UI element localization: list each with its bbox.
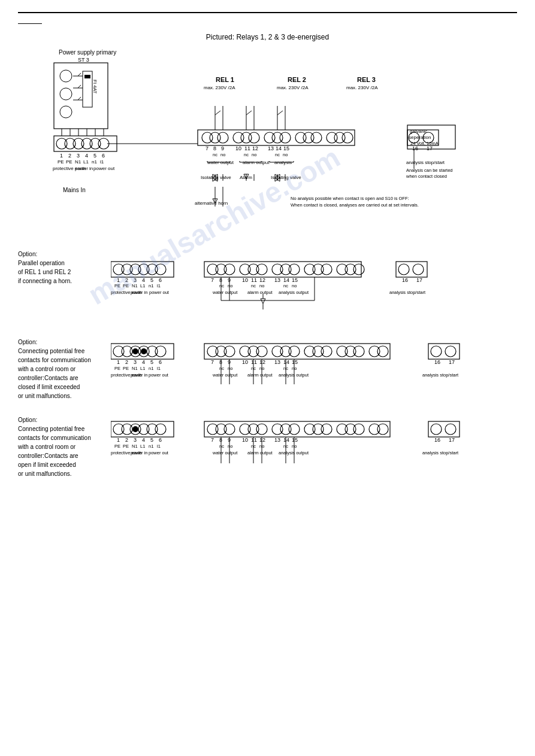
svg-text:power out: power out (149, 290, 170, 295)
svg-rect-183 (396, 262, 427, 277)
svg-text:nc: nc (219, 283, 224, 289)
svg-text:3: 3 (134, 277, 137, 283)
rel1-spec: max. 230V /2A (204, 85, 235, 90)
svg-text:water output: water output (212, 450, 238, 456)
svg-text:4: 4 (85, 153, 88, 159)
svg-point-185 (413, 264, 424, 275)
svg-text:no: no (220, 152, 225, 157)
svg-point-221 (207, 346, 218, 357)
svg-text:4: 4 (142, 359, 145, 365)
svg-point-293 (216, 424, 226, 435)
svg-point-203 (132, 348, 138, 354)
svg-point-302 (313, 424, 324, 435)
svg-point-236 (369, 346, 380, 357)
svg-text:4: 4 (142, 277, 145, 283)
option3-svg: 1 2 3 4 5 6 PE PE N1 L1 n1 l1 protective… (111, 415, 518, 487)
option2-section: Option: Connecting potential free contac… (18, 338, 517, 400)
svg-text:no: no (228, 283, 232, 289)
option1-diagram: 1 2 3 4 5 6 PE PE N1 L1 n1 l1 protective… (111, 250, 518, 323)
svg-point-132 (147, 264, 158, 275)
svg-point-2 (60, 88, 72, 100)
main-diagram-section: Pictured: Relays 1, 2 & 3 de-energised P… (18, 33, 517, 232)
svg-text:6: 6 (102, 153, 105, 159)
svg-rect-5 (84, 75, 90, 78)
svg-point-223 (224, 346, 235, 357)
svg-text:14: 14 (283, 359, 289, 365)
svg-text:5: 5 (93, 153, 96, 159)
svg-point-151 (216, 264, 226, 275)
svg-point-158 (289, 264, 300, 275)
svg-text:no: no (228, 366, 232, 371)
option2-description: Connecting potential free contacts for c… (18, 347, 108, 400)
svg-point-17 (90, 138, 101, 149)
svg-text:nc: nc (251, 283, 256, 289)
svg-point-229 (289, 346, 300, 357)
svg-text:alarm output: alarm output (247, 290, 273, 295)
svg-point-226 (256, 346, 267, 357)
svg-text:nc: nc (219, 444, 224, 449)
svg-text:analysis output: analysis output (279, 290, 309, 295)
svg-text:analysis output: analysis output (279, 450, 309, 456)
svg-point-230 (304, 346, 315, 357)
svg-point-307 (369, 424, 380, 435)
svg-text:12: 12 (252, 145, 258, 151)
svg-text:no: no (228, 444, 232, 449)
svg-text:13: 13 (274, 359, 280, 365)
svg-text:PE: PE (58, 159, 64, 165)
svg-text:nc: nc (275, 152, 280, 157)
option2-svg: 1 2 3 4 5 6 PE PE N1 L1 n1 l1 protective… (111, 338, 518, 397)
svg-point-274 (155, 424, 166, 435)
svg-point-153 (240, 264, 250, 275)
svg-text:2: 2 (125, 277, 128, 283)
svg-point-225 (248, 346, 259, 357)
svg-text:analysis stop/start: analysis stop/start (406, 160, 445, 165)
option1-text: Option: Parallel operation of REL 1 und … (18, 250, 111, 286)
rel3-spec: max. 230V /2A (346, 85, 378, 90)
svg-point-49 (280, 132, 291, 143)
main-wiring-diagram: Power supply primary ST 3 FI 4AT (18, 46, 521, 232)
svg-rect-291 (204, 421, 390, 437)
svg-text:6: 6 (159, 437, 162, 443)
option2-text: Option: Connecting potential free contac… (18, 338, 111, 400)
svg-text:13: 13 (274, 277, 280, 283)
svg-text:16: 16 (434, 437, 440, 443)
power-supply-label: Power supply primary (59, 49, 116, 56)
svg-text:no: no (292, 283, 297, 289)
svg-point-234 (345, 346, 356, 357)
svg-text:17: 17 (449, 359, 455, 365)
svg-point-299 (280, 424, 291, 435)
svg-rect-220 (204, 344, 390, 359)
svg-line-92 (277, 111, 283, 115)
svg-point-272 (138, 424, 149, 435)
svg-text:power in: power in (75, 166, 93, 171)
svg-text:N1: N1 (132, 444, 138, 449)
svg-point-224 (240, 346, 250, 357)
svg-text:14: 14 (276, 145, 282, 151)
svg-text:16: 16 (412, 145, 418, 151)
svg-text:3: 3 (134, 437, 137, 443)
svg-text:14: 14 (283, 277, 289, 283)
svg-point-303 (321, 424, 332, 435)
svg-text:PE: PE (123, 366, 129, 371)
svg-text:power out: power out (149, 450, 169, 456)
option1-description: Parallel operation of REL 1 und REL 2 if… (18, 259, 108, 286)
svg-text:no: no (259, 283, 264, 289)
svg-text:nc: nc (213, 152, 217, 157)
svg-text:14: 14 (283, 437, 289, 443)
svg-text:PE: PE (123, 444, 129, 449)
svg-text:L1: L1 (83, 159, 89, 165)
svg-text:1: 1 (117, 359, 120, 365)
svg-line-9 (78, 73, 81, 76)
svg-text:analysis output: analysis output (279, 372, 309, 378)
svg-text:16: 16 (402, 277, 408, 283)
svg-text:9: 9 (221, 145, 224, 151)
svg-point-43 (217, 132, 228, 143)
svg-point-14 (65, 138, 75, 149)
rel3-label: REL 3 (357, 76, 376, 83)
svg-text:10: 10 (235, 145, 241, 151)
option3-section: Option: Connecting potential free contac… (18, 415, 517, 488)
svg-text:N1: N1 (75, 159, 81, 165)
mains-in-label: Mains In (63, 187, 86, 193)
svg-text:12: 12 (259, 437, 265, 443)
svg-point-294 (224, 424, 235, 435)
